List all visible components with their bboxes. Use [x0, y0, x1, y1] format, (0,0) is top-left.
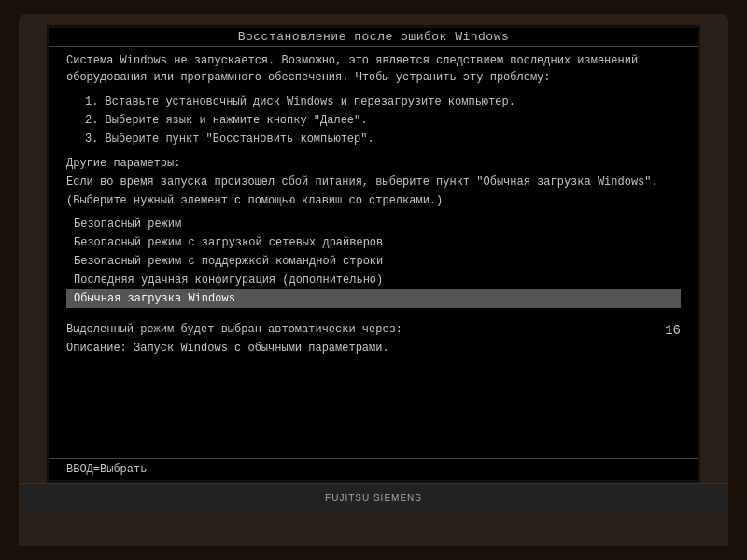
hint-text: (Выберите нужный элемент с помощью клави…	[66, 192, 681, 209]
status-line1: Выделенный режим будет выбран автоматиче…	[66, 321, 653, 338]
menu-item-normal[interactable]: Обычная загрузка Windows	[66, 289, 681, 308]
step-3: 3. Выберите пункт "Восстановить компьюте…	[66, 131, 681, 147]
menu-item-last-good[interactable]: Последняя удачная конфигурация (дополнит…	[66, 271, 681, 289]
keyboard-hint: ВВОД=Выбрать	[66, 463, 147, 476]
boot-menu: Безопасный режим Безопасный режим с загр…	[66, 215, 681, 308]
content-area: Система Windows не запускается. Возможно…	[49, 47, 698, 458]
bottom-bar: ВВОД=Выбрать	[49, 458, 698, 480]
laptop-outer: Восстановление после ошибок Windows Сист…	[19, 14, 728, 546]
laptop-bottom: FUJITSU SIEMENS	[19, 483, 728, 511]
menu-item-safe[interactable]: Безопасный режим	[66, 215, 681, 233]
title-bar: Восстановление после ошибок Windows	[49, 28, 698, 47]
step-1: 1. Вставьте установочный диск Windows и …	[66, 93, 681, 110]
status-section: Выделенный режим будет выбран автоматиче…	[66, 321, 681, 358]
brand-logo: FUJITSU SIEMENS	[325, 493, 422, 503]
step-2: 2. Выберите язык и нажмите кнопку "Далее…	[66, 112, 681, 129]
screen: Восстановление после ошибок Windows Сист…	[47, 25, 700, 483]
other-params-label: Другие параметры:	[66, 155, 681, 172]
menu-item-safe-network[interactable]: Безопасный режим с загрузкой сетевых дра…	[66, 233, 681, 252]
other-params-text: Если во время запуска произошел сбой пит…	[66, 174, 681, 190]
status-text: Выделенный режим будет выбран автоматиче…	[66, 321, 653, 358]
window-title: Восстановление после ошибок Windows	[238, 30, 510, 44]
countdown-timer: 16	[653, 321, 681, 341]
intro-text: Система Windows не запускается. Возможно…	[66, 52, 681, 86]
status-line2: Описание: Запуск Windows с обычными пара…	[66, 340, 653, 357]
menu-item-safe-cmd[interactable]: Безопасный режим с поддержкой командной …	[66, 252, 681, 271]
